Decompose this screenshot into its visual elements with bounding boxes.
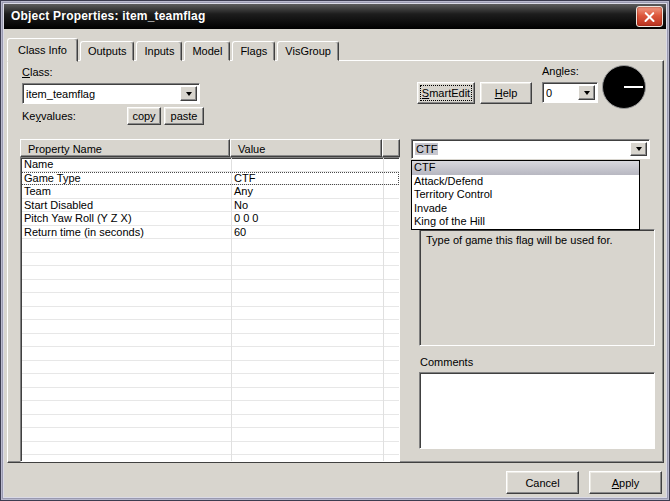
property-grid-header: Property Name Value — [20, 139, 400, 157]
close-icon — [644, 11, 655, 22]
dropdown-option-territory-control[interactable]: Territory Control — [412, 188, 639, 202]
tab-model[interactable]: Model — [184, 41, 230, 61]
class-label: Class: — [22, 66, 53, 78]
dropdown-option-attack-defend[interactable]: Attack/Defend — [412, 175, 639, 189]
property-grid: Property Name Value Name Game Type CTF T… — [20, 139, 400, 462]
chevron-down-icon — [636, 147, 642, 151]
class-combo-value: item_teamflag — [26, 84, 179, 103]
cancel-button[interactable]: Cancel — [506, 471, 579, 494]
class-info-panel: Class: item_teamflag Keyvalues: copy pas… — [7, 60, 664, 463]
tab-class-info[interactable]: Class Info — [7, 38, 78, 62]
chevron-down-icon — [186, 92, 192, 96]
titlebar[interactable]: Object Properties: item_teamflag — [4, 4, 666, 29]
property-row-pitch-yaw-roll[interactable]: Pitch Yaw Roll (Y Z X) 0 0 0 — [21, 212, 399, 226]
tab-inputs[interactable]: Inputs — [136, 41, 182, 61]
dropdown-option-ctf[interactable]: CTF — [412, 161, 639, 175]
keyvalues-label: Keyvalues: — [22, 110, 76, 122]
smartedit-button[interactable]: SmartEdit — [417, 82, 475, 104]
angles-combo-dropdown-button[interactable] — [578, 85, 595, 100]
game-type-combo-value: CTF — [415, 143, 438, 155]
tab-visgroup[interactable]: VisGroup — [277, 41, 339, 61]
property-row-name[interactable]: Name — [21, 158, 399, 172]
help-label: Help — [495, 87, 518, 99]
property-grid-body: Name Game Type CTF Team Any Start Disabl… — [20, 157, 400, 462]
property-row-return-time[interactable]: Return time (in seconds) 60 — [21, 226, 399, 240]
comments-label: Comments — [420, 356, 473, 368]
game-type-combo[interactable]: CTF — [411, 139, 650, 159]
class-combo-dropdown-button[interactable] — [180, 86, 197, 101]
angles-combo[interactable]: 0 — [542, 82, 598, 103]
game-type-dropdown-list: CTF Attack/Defend Territory Control Inva… — [411, 160, 640, 230]
dropdown-option-invade[interactable]: Invade — [412, 202, 639, 216]
copy-button[interactable]: copy — [127, 107, 161, 125]
comments-textarea[interactable] — [419, 372, 655, 449]
property-row-game-type[interactable]: Game Type CTF — [21, 172, 399, 186]
tab-flags[interactable]: Flags — [232, 41, 275, 61]
smartedit-label: SmartEdit — [422, 87, 470, 99]
window-title: Object Properties: item_teamflag — [11, 4, 205, 29]
tab-bar: Class Info Outputs Inputs Model Flags Vi… — [7, 37, 341, 61]
angle-dial[interactable] — [602, 65, 646, 109]
class-combo[interactable]: item_teamflag — [22, 83, 200, 104]
angles-combo-value: 0 — [546, 83, 577, 102]
help-button[interactable]: Help — [480, 82, 532, 104]
apply-label: Apply — [612, 477, 640, 489]
column-header-spacer — [382, 139, 400, 157]
close-button[interactable] — [636, 6, 663, 27]
object-properties-window: Object Properties: item_teamflag Class I… — [0, 0, 670, 501]
property-description-text: Type of game this flag will be used for. — [426, 234, 613, 246]
column-header-property-name[interactable]: Property Name — [20, 139, 230, 157]
column-header-value[interactable]: Value — [230, 139, 382, 157]
apply-button[interactable]: Apply — [589, 471, 662, 494]
tab-outputs[interactable]: Outputs — [80, 41, 135, 61]
property-row-team[interactable]: Team Any — [21, 185, 399, 199]
chevron-down-icon — [584, 91, 590, 95]
paste-button[interactable]: paste — [164, 107, 204, 125]
game-type-combo-dropdown-button[interactable] — [630, 142, 647, 156]
property-row-start-disabled[interactable]: Start Disabled No — [21, 199, 399, 213]
dropdown-option-king-of-the-hill[interactable]: King of the Hill — [412, 215, 639, 229]
property-description-box: Type of game this flag will be used for. — [419, 229, 655, 346]
angles-label: Angles: — [542, 65, 579, 77]
angle-needle-icon — [624, 86, 643, 88]
